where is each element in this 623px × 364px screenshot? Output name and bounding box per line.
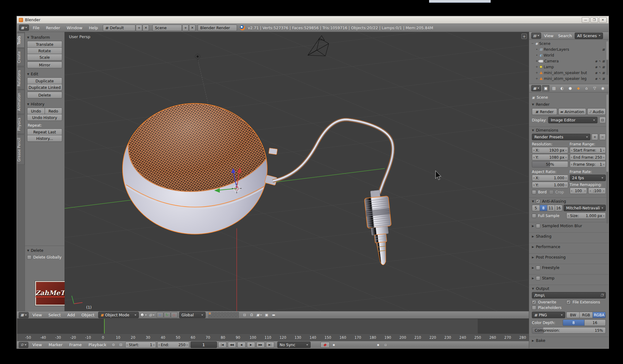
add-screen-layout-button[interactable]: +	[136, 25, 142, 31]
render-still-button[interactable]: ▣Render	[532, 108, 557, 115]
full-sample-checkbox[interactable]	[532, 214, 536, 218]
panel-delete-header[interactable]: ▼Delete	[27, 247, 62, 253]
frame-rate-select[interactable]: 24 fps	[570, 175, 606, 181]
menu-frame[interactable]: Frame	[66, 342, 85, 347]
pivot-center-button[interactable]: ◎	[148, 312, 155, 318]
placeholders-checkbox[interactable]	[532, 306, 536, 310]
tab-object[interactable]: ◆	[575, 85, 582, 92]
menu-view[interactable]: View	[30, 313, 45, 317]
tab-object-data[interactable]: ▽	[591, 85, 598, 92]
expand-icon[interactable]: +	[535, 71, 538, 74]
history-menu-button[interactable]: History...	[27, 135, 62, 142]
panel-freestyle-header[interactable]: ▶Freestyle	[532, 264, 606, 271]
aa-samples-11[interactable]: 11	[547, 205, 555, 211]
eye-icon[interactable]: ◉	[595, 65, 597, 69]
use-preview-range-icon[interactable]: ⊙	[111, 342, 117, 348]
render-animation-button[interactable]: ▬Animation	[558, 108, 586, 115]
panel-history-header[interactable]: ▼History	[27, 101, 62, 107]
menu-search[interactable]: Search	[556, 34, 574, 38]
panel-bake-header[interactable]: ▶Bake	[532, 337, 606, 344]
render-display-select[interactable]: Image Editor	[548, 117, 597, 123]
properties-scrollbar[interactable]	[606, 94, 608, 224]
manipulator-rotate-toggle[interactable]: ↻	[164, 312, 171, 318]
redo-button[interactable]: Redo	[45, 108, 62, 114]
record-button[interactable]: ●	[320, 342, 330, 348]
undo-history-button[interactable]: Undo History	[27, 114, 62, 121]
remap-old-field[interactable]: 100	[570, 188, 587, 194]
titlebar[interactable]: Blender — ❐ ✕	[17, 16, 609, 24]
maximize-button[interactable]: ❐	[590, 17, 598, 23]
panel-output-header[interactable]: ▼Output	[532, 285, 606, 292]
expand-icon[interactable]: +	[535, 77, 538, 80]
render-toggle-icon[interactable]: ▦	[602, 65, 605, 69]
selectable-icon[interactable]: ↖	[599, 77, 601, 80]
editor-type-button[interactable]: ▦	[19, 25, 29, 31]
resolution-percentage-slider[interactable]: 50%	[532, 161, 568, 168]
snap-toggle-button[interactable]: Ω	[249, 312, 255, 318]
menu-select[interactable]: Select	[46, 313, 63, 317]
delete-screen-layout-button[interactable]: ✕	[143, 25, 149, 31]
manipulator-translate-toggle[interactable]: +	[157, 312, 163, 318]
transport-button[interactable]: ◀◀	[228, 342, 236, 348]
border-checkbox[interactable]	[532, 190, 536, 194]
opengl-render-still-button[interactable]: ▣	[263, 312, 270, 318]
stamp-checkbox[interactable]	[536, 276, 540, 280]
layers-widget[interactable]	[208, 312, 239, 318]
panel-transform-header[interactable]: ▼Transform	[27, 34, 62, 40]
scene-select[interactable]: Scene	[152, 25, 182, 31]
start-frame-field[interactable]: Start Frame:1	[570, 147, 606, 153]
outliner-item-renderlayers[interactable]: • ▤ RenderLayers ▦	[530, 46, 608, 52]
viewport-shading-button[interactable]	[140, 312, 147, 318]
rotate-button[interactable]: Rotate	[27, 47, 62, 54]
aa-size-field[interactable]: Size:1.000 px	[566, 212, 606, 219]
add-scene-button[interactable]: +	[182, 25, 189, 31]
transport-button[interactable]: ◀	[237, 342, 246, 348]
properties-region-toggle[interactable]: +	[521, 34, 527, 39]
current-frame-cursor[interactable]	[104, 319, 105, 334]
eye-icon[interactable]: ◉	[595, 60, 597, 63]
tab-scene[interactable]: ◐	[558, 85, 565, 92]
viewport-3d[interactable]: User Persp (1) +	[65, 32, 529, 311]
outliner-item-world[interactable]: • ◐ World	[530, 52, 608, 58]
panel-post-processing-header[interactable]: ▶Post Processing	[532, 254, 606, 261]
transport-button[interactable]: ▶	[247, 342, 255, 348]
transport-button[interactable]: ▶|	[266, 342, 274, 348]
editor-type-button[interactable]: ⊙	[19, 342, 28, 348]
color-mode-rgb[interactable]: RGB	[580, 312, 593, 318]
panel-render-header[interactable]: ▼Render	[532, 101, 606, 108]
menu-view[interactable]: View	[542, 34, 555, 38]
outliner-item-speaker-leg[interactable]: + mini_atom_speaker leg ◉↖▦	[530, 76, 608, 81]
start-frame-field[interactable]: Start:1	[125, 342, 156, 348]
transport-button[interactable]: |◀	[218, 342, 227, 348]
timeline-ruler[interactable]: -50-40-30-20-100102030405060708090100110…	[17, 334, 529, 341]
transform-orientation-select[interactable]: Global	[179, 312, 206, 318]
repeat-last-button[interactable]: Repeat Last	[27, 129, 62, 135]
color-depth-8[interactable]: 8	[563, 319, 585, 326]
resolution-x-field[interactable]: X:1920 px	[532, 147, 568, 153]
overwrite-checkbox[interactable]: ✓	[532, 300, 536, 304]
outliner-filter-select[interactable]: All Scenes	[575, 33, 603, 39]
file-extensions-checkbox[interactable]: ✓	[566, 300, 571, 304]
screen-layout-select[interactable]: ▦Default	[103, 25, 135, 31]
file-format-select[interactable]: ▦PNG	[532, 312, 565, 318]
motion-blur-checkbox[interactable]	[536, 224, 540, 228]
color-mode-bw[interactable]: BW	[566, 312, 580, 318]
insert-keyframe-icon[interactable]: ▪	[375, 342, 381, 348]
shelf-tab-create[interactable]: Create	[17, 48, 25, 66]
menu-marker[interactable]: Marker	[46, 342, 65, 347]
menu-help[interactable]: Help	[86, 26, 101, 30]
panel-aa-header[interactable]: ▼ ✓ Anti-Aliasing	[532, 198, 606, 205]
render-toggle-icon[interactable]: ▦	[602, 77, 605, 80]
menu-window[interactable]: Window	[64, 26, 85, 30]
aa-samples-16[interactable]: 16	[555, 205, 563, 211]
aspect-y-field[interactable]: Y:1.000	[532, 182, 568, 188]
outliner-item-camera[interactable]: + Camera ◉↖▦	[530, 58, 608, 64]
manipulator-scale-toggle[interactable]: ◇	[171, 312, 178, 318]
delete-globally-checkbox[interactable]	[27, 255, 31, 259]
panel-edit-header[interactable]: ▼Edit	[27, 71, 62, 77]
color-mode-rgba[interactable]: RGBA	[593, 312, 606, 318]
mirror-button[interactable]: Mirror	[27, 61, 62, 68]
snap-element-select[interactable]: ▣	[256, 312, 263, 318]
delete-scene-button[interactable]: ✕	[189, 25, 195, 31]
outliner-item-scene[interactable]: − ◉ Scene	[530, 41, 608, 46]
